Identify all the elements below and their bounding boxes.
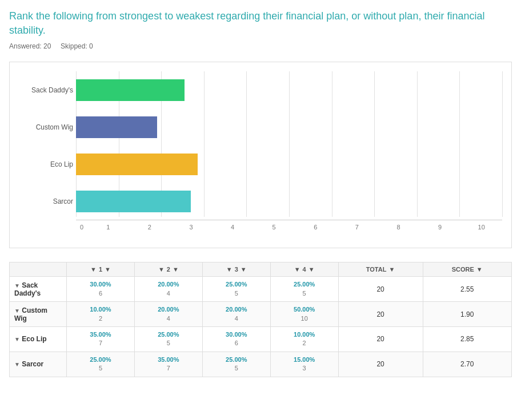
percentage: 20.00%	[139, 280, 198, 289]
percentage: 50.00%	[275, 305, 334, 314]
pct-cell: 25.00%5	[202, 277, 270, 302]
row-chevron[interactable]: ▼	[14, 361, 20, 368]
count: 5	[275, 289, 334, 298]
table-row: ▼ Eco Lip35.00%725.00%530.00%610.00%2202…	[10, 326, 512, 352]
pct-cell: 25.00%5	[202, 352, 270, 377]
row-name: Eco Lip	[22, 335, 46, 343]
pct-cell: 25.00%5	[67, 352, 135, 377]
percentage: 25.00%	[71, 356, 130, 364]
pct-cell: 15.00%3	[270, 352, 338, 377]
count: 6	[71, 289, 130, 298]
count: 6	[207, 339, 266, 348]
answered-label: Answered: 20	[9, 42, 51, 50]
bar-label: Sarcor	[16, 197, 73, 205]
count: 4	[207, 314, 266, 323]
bar-wrapper	[76, 188, 502, 214]
pct-cell: 35.00%7	[67, 326, 135, 352]
percentage: 20.00%	[139, 305, 198, 314]
table-row: ▼ Sack Daddy's30.00%620.00%425.00%525.00…	[10, 277, 512, 302]
bar-row: Eco Lip	[76, 146, 502, 183]
bar-label: Custom Wig	[16, 123, 73, 131]
total-cell: 20	[338, 352, 423, 377]
x-tick: 1	[87, 224, 129, 231]
x-tick: 8	[378, 224, 419, 231]
bar-label: Eco Lip	[16, 160, 73, 168]
row-name: Sarcor	[22, 360, 43, 368]
bar-row: Sarcor	[76, 183, 502, 220]
x-tick: 4	[212, 224, 254, 231]
pct-cell: 20.00%4	[134, 277, 202, 302]
row-label-cell: ▼ Sarcor	[10, 352, 67, 377]
percentage: 25.00%	[139, 330, 198, 339]
pct-cell: 20.00%4	[202, 302, 270, 327]
question-text: Rank the following from strongest to wea…	[9, 9, 500, 38]
bar-wrapper	[76, 77, 502, 103]
row-chevron[interactable]: ▼	[14, 282, 20, 289]
th-label	[10, 262, 67, 277]
row-chevron[interactable]: ▼	[14, 336, 20, 342]
pct-cell: 10.00%2	[270, 326, 338, 352]
x-tick: 9	[419, 224, 461, 231]
pct-cell: 30.00%6	[67, 277, 135, 302]
pct-cell: 25.00%5	[134, 326, 202, 352]
percentage: 15.00%	[275, 356, 334, 364]
x-tick: 0	[76, 224, 87, 231]
count: 7	[71, 339, 130, 348]
th-col3[interactable]: ▼ 3 ▼	[202, 262, 270, 277]
count: 4	[139, 314, 198, 323]
row-chevron[interactable]: ▼	[14, 308, 20, 314]
th-col4[interactable]: ▼ 4 ▼	[270, 262, 338, 277]
th-col1[interactable]: ▼ 1 ▼	[67, 262, 135, 277]
skipped-label: Skipped: 0	[61, 42, 93, 50]
count: 10	[275, 314, 334, 323]
percentage: 10.00%	[71, 305, 130, 314]
percentage: 30.00%	[207, 330, 266, 339]
x-tick: 2	[129, 224, 171, 231]
score-cell: 2.70	[423, 352, 512, 377]
score-cell: 2.85	[423, 326, 512, 352]
count: 7	[139, 364, 198, 373]
percentage: 35.00%	[139, 356, 198, 364]
bar-row: Sack Daddy's	[76, 71, 502, 108]
pct-cell: 10.00%2	[67, 302, 135, 327]
total-cell: 20	[338, 326, 423, 352]
chart-area: Sack Daddy'sCustom WigEco LipSarcor	[19, 71, 502, 220]
pct-cell: 25.00%5	[270, 277, 338, 302]
row-label-cell: ▼ Custom Wig	[10, 302, 67, 327]
stats-row: Answered: 20 Skipped: 0	[9, 42, 512, 50]
data-table: ▼ 1 ▼ ▼ 2 ▼ ▼ 3 ▼	[9, 262, 512, 377]
x-tick: 6	[295, 224, 336, 231]
pct-cell: 35.00%7	[134, 352, 202, 377]
th-col2[interactable]: ▼ 2 ▼	[134, 262, 202, 277]
table-row: ▼ Sarcor25.00%535.00%725.00%515.00%3202.…	[10, 352, 512, 377]
bar-row: Custom Wig	[76, 108, 502, 146]
row-label-cell: ▼ Eco Lip	[10, 326, 67, 352]
count: 2	[71, 314, 130, 323]
bar	[76, 191, 191, 212]
score-cell: 1.90	[423, 302, 512, 327]
bar	[76, 79, 185, 101]
bar-wrapper	[76, 151, 502, 177]
bar-label: Sack Daddy's	[16, 86, 73, 94]
count: 5	[71, 364, 130, 373]
x-tick: 5	[253, 224, 295, 231]
count: 3	[275, 364, 334, 373]
th-total[interactable]: TOTAL ▼	[338, 262, 423, 277]
total-cell: 20	[338, 277, 423, 302]
bar	[76, 116, 157, 138]
score-cell: 2.55	[423, 277, 512, 302]
percentage: 25.00%	[207, 280, 266, 289]
x-tick: 3	[170, 224, 212, 231]
th-score[interactable]: SCORE ▼	[423, 262, 512, 277]
percentage: 30.00%	[71, 280, 130, 289]
percentage: 20.00%	[207, 305, 266, 314]
count: 4	[139, 289, 198, 298]
percentage: 25.00%	[207, 356, 266, 364]
pct-cell: 20.00%4	[134, 302, 202, 327]
pct-cell: 30.00%6	[202, 326, 270, 352]
grid-line	[502, 71, 503, 217]
x-axis: 012345678910	[76, 220, 502, 231]
percentage: 25.00%	[275, 280, 334, 289]
chart-container: Sack Daddy'sCustom WigEco LipSarcor 0123…	[9, 62, 512, 248]
percentage: 10.00%	[275, 330, 334, 339]
